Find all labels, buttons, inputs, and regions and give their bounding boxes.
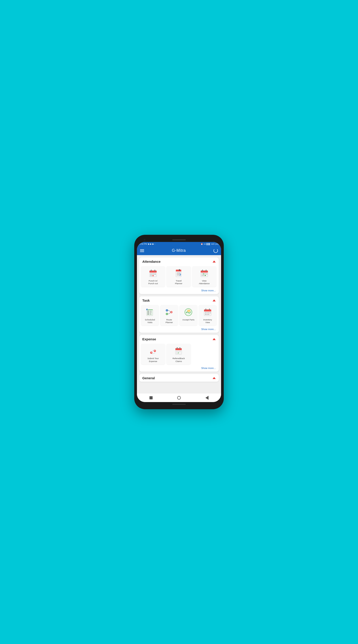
svg-rect-65 [176,351,177,352]
status-left: 2:02 PM ▶ ▶ ▶ ·· [140,243,156,245]
travel-planner-icon [174,268,183,278]
route-planner-icon [164,307,174,317]
travel-planner-item[interactable]: TravelPlanner [166,266,191,287]
svg-rect-34 [149,312,152,312]
svg-rect-33 [149,311,152,311]
battery-icon: [42] [215,243,218,245]
svg-rect-27 [147,310,153,316]
phone-device: 2:02 PM ▶ ▶ ▶ ·· ⏰ 4G ▌▌▌ WiFi [42] G-Mi… [134,235,224,409]
scheduled-visits-label: ScheduledVisits [145,318,155,324]
submit-tour-expense-item[interactable]: Submit TourExpense [141,344,165,364]
punch-in-out-icon [148,268,158,278]
expense-title: Expense [142,337,156,341]
svg-rect-62 [175,348,182,350]
svg-rect-14 [177,275,180,275]
nav-recent-button[interactable] [149,395,154,400]
svg-rect-11 [179,269,180,271]
submit-tour-expense-label: Submit TourExpense [147,357,159,363]
phone-bottom-line [172,404,186,405]
attendance-collapse-icon[interactable] [213,260,216,262]
view-attendance-item[interactable]: ViewAttendance [192,266,216,287]
svg-rect-2 [151,270,152,272]
route-planner-item[interactable]: RoutePlanner [160,305,178,326]
inventory-view-item[interactable]: InventoryView [199,305,217,326]
svg-rect-36 [149,314,151,314]
svg-rect-30 [147,312,149,312]
task-header: Task [139,296,219,304]
svg-rect-68 [176,353,177,354]
svg-rect-23 [206,274,207,274]
task-section: Task [139,296,219,333]
svg-rect-29 [147,311,149,311]
svg-point-42 [171,312,172,312]
phone-notch [137,238,221,242]
svg-rect-52 [205,312,206,313]
attendance-show-more[interactable]: Show more... [139,288,219,294]
svg-point-41 [166,310,167,311]
refered-back-claims-label: ReferedBackClaims [173,357,185,363]
general-collapse-icon[interactable] [213,377,216,379]
svg-rect-24 [202,275,203,276]
svg-rect-22 [205,274,206,274]
travel-planner-label: TravelPlanner [175,280,182,285]
svg-rect-20 [202,274,203,274]
attendance-section: Attendance [139,258,219,294]
svg-rect-32 [147,314,149,314]
view-attendance-label: ViewAttendance [199,280,210,285]
svg-rect-7 [150,275,152,276]
svg-point-44 [185,308,192,316]
svg-rect-67 [179,351,181,352]
inventory-view-icon [203,307,213,317]
nav-triangle-icon [205,396,209,400]
svg-rect-1 [149,270,157,272]
attendance-grid: Punch in/Punch out [139,265,219,288]
svg-rect-57 [207,314,208,315]
accept-parts-item[interactable]: Accept Parts [179,305,197,326]
app-header: G-Mitra [137,246,221,255]
phone-screen: 2:02 PM ▶ ▶ ▶ ·· ⏰ 4G ▌▌▌ WiFi [42] G-Mi… [137,242,221,402]
svg-point-43 [166,314,167,314]
task-collapse-icon[interactable] [213,300,216,302]
content-scroll: Attendance [137,255,221,393]
general-header: General [139,374,219,382]
refresh-icon[interactable] [213,248,218,253]
svg-rect-50 [205,308,206,310]
refered-back-claims-icon [174,346,183,356]
svg-rect-19 [206,270,207,272]
svg-rect-18 [202,270,203,272]
wifi-icon: WiFi [211,243,215,245]
expense-show-more[interactable]: Show more... [139,366,219,372]
nav-square-icon [149,396,153,399]
task-title: Task [142,298,150,302]
menu-icon[interactable] [140,249,144,252]
svg-rect-54 [208,312,209,313]
svg-rect-46 [188,310,189,311]
nav-back-button[interactable] [204,395,209,400]
svg-rect-17 [201,270,208,272]
svg-rect-58 [208,314,209,315]
svg-rect-63 [177,347,178,349]
svg-rect-10 [176,270,181,272]
nav-home-button[interactable] [177,395,181,400]
phone-speaker [172,239,186,240]
general-section: General [139,374,219,382]
svg-rect-8 [152,275,154,276]
refered-back-claims-item[interactable]: ReferedBackClaims [166,344,191,364]
svg-rect-53 [207,312,208,313]
bottom-nav [137,393,221,402]
svg-rect-13 [177,274,179,274]
phone-bottom [137,402,221,406]
svg-rect-35 [149,313,151,314]
app-title: G-Mitra [172,248,186,253]
scheduled-visits-item[interactable]: ScheduledVisits [141,305,159,326]
status-bar: 2:02 PM ▶ ▶ ▶ ·· ⏰ 4G ▌▌▌ WiFi [42] [137,242,221,246]
expense-collapse-icon[interactable] [213,338,216,340]
svg-rect-49 [204,310,211,312]
svg-rect-25 [203,275,204,276]
svg-rect-31 [147,313,149,314]
task-grid: ScheduledVisits [139,304,219,327]
svg-rect-6 [154,274,156,274]
nav-circle-icon [177,396,181,400]
task-show-more[interactable]: Show more... [139,327,219,333]
punch-in-out-item[interactable]: Punch in/Punch out [141,266,165,287]
